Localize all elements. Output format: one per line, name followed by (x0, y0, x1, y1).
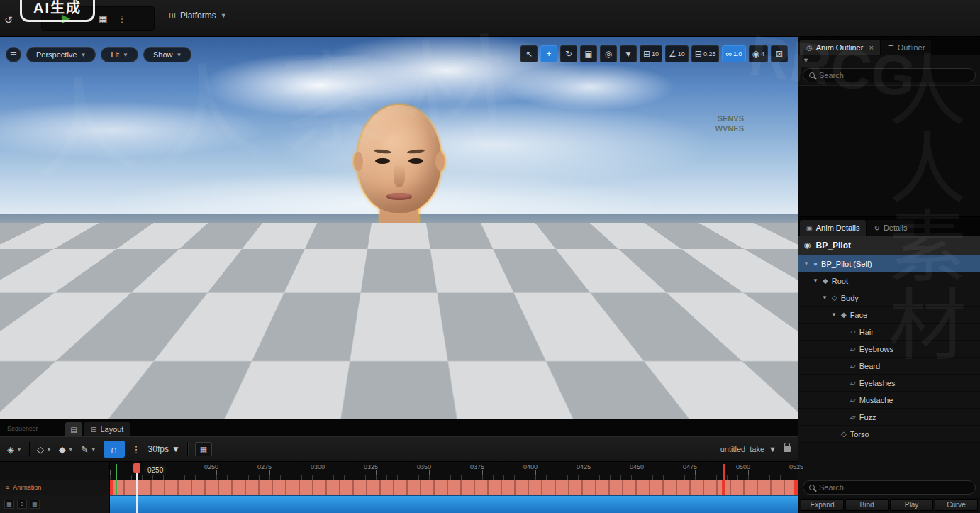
tree-item-eyelashes[interactable]: ▱Eyelashes (798, 375, 980, 392)
playhead-line[interactable] (136, 466, 138, 513)
groom-icon: ▱ (850, 328, 856, 336)
ai-generated-badge: AI生成 (20, 0, 95, 22)
grid-snap-icon[interactable]: ⊞10 (640, 45, 662, 62)
rotation-snap-icon[interactable]: ∠10 (665, 45, 689, 62)
link-icon[interactable]: ∞1.0 (722, 45, 745, 62)
diamond-filled-icon: ◆ (59, 444, 66, 455)
animation-track-header[interactable]: ≡ Animation (0, 480, 109, 495)
track-icon: ≡ (6, 484, 9, 491)
viewport-menu-icon[interactable]: ☰ (6, 47, 21, 62)
tab-anim-outliner[interactable]: ◷Anim Outliner× (800, 40, 880, 55)
world-coords-icon[interactable]: ◎ (600, 45, 617, 62)
range-header: ▦ 0 ▦ (0, 495, 109, 513)
viewport-layout-icon[interactable]: ▦ (99, 13, 107, 24)
tree-item-root[interactable]: ▼◆Root (798, 272, 980, 289)
perspective-button[interactable]: Perspective ▼ (26, 47, 96, 62)
expand-button[interactable]: Expand (801, 499, 844, 511)
auto-key-more-button[interactable]: ⋮ (132, 444, 141, 455)
component-icon: ◆ (823, 277, 828, 285)
tree-item-bp-pilot-self-[interactable]: ▼●BP_Pilot (Self) (798, 255, 980, 272)
edit-options-button[interactable]: ✎▼ (81, 444, 96, 455)
tree-item-eyebrows[interactable]: ▱Eyebrows (798, 341, 980, 358)
timeline-ruler[interactable]: 0225025002750300032503500375040004250450… (110, 462, 798, 480)
playback-end-line[interactable] (723, 464, 725, 495)
actor-icon: ◉ (804, 241, 811, 250)
tree-item-fuzz[interactable]: ▱Fuzz (798, 409, 980, 426)
range-cell-icon[interactable]: ▦ (30, 500, 40, 509)
tab-anim-details[interactable]: ◉Anim Details (800, 220, 866, 236)
tree-item-face[interactable]: ▼◆Face (798, 307, 980, 324)
object-header[interactable]: ◉ BP_Pilot (798, 236, 980, 255)
layout-icon: ⊞ (91, 426, 96, 434)
groom-icon: ▱ (850, 413, 856, 421)
sequencer-body: ≡ Animation ▦ 0 ▦ 0225025002750300032503… (0, 462, 798, 513)
select-icon[interactable]: ↖ (520, 45, 538, 62)
move-icon[interactable]: + (540, 45, 557, 62)
timeline[interactable]: 0225025002750300032503500375040004250450… (110, 462, 798, 513)
fps-dropdown[interactable]: 30fps▼ (148, 444, 180, 454)
tab-details[interactable]: ↻Details (867, 220, 913, 236)
tree-item-torso[interactable]: ◇Torso (798, 426, 980, 443)
flower-print (350, 312, 417, 382)
tree-item-beard[interactable]: ▱Beard (798, 358, 980, 375)
sequencer-tabs: Sequencer ▤ ⊞ Layout (0, 419, 798, 436)
tab-icon: ◉ (806, 224, 813, 232)
ruler-tick-label: 0400 (523, 463, 538, 470)
chevron-down-icon: ▼ (80, 52, 86, 58)
platforms-dropdown[interactable]: ⊞ Platforms ▼ (169, 11, 227, 21)
outliner-search[interactable] (803, 68, 976, 82)
ruler-tick-label: 0300 (311, 463, 325, 470)
right-top-tabs: ◷Anim Outliner×☰Outliner (798, 37, 980, 55)
details-search[interactable] (803, 480, 976, 495)
auto-key-button[interactable]: ∩ (104, 441, 125, 458)
sequence-asset[interactable]: untitled_take ▼ (720, 445, 791, 453)
panel-menu-icon[interactable]: ▼ (803, 57, 809, 64)
range-cell-icon[interactable]: ▦ (4, 500, 14, 509)
viewport-3d[interactable]: ☰ Perspective ▼ Lit ▼ Show ▼ ↖+↻▣◎▼⊞10∠1… (0, 37, 798, 419)
scale-snap-icon[interactable]: ⊟0.25 (691, 45, 720, 62)
expander-icon[interactable]: ▼ (803, 260, 810, 267)
camera-speed-icon[interactable]: ◉4 (749, 45, 769, 62)
marked-frame-button[interactable]: ◆▼ (59, 444, 74, 455)
surface-snap-icon[interactable]: ▼ (620, 45, 637, 62)
playback-start-line[interactable] (116, 464, 117, 495)
pin-icon: ▤ (70, 426, 77, 434)
dots-vertical-icon: ⋮ (132, 444, 141, 455)
expander-icon[interactable]: ▼ (821, 294, 828, 301)
playback-range-bar[interactable] (110, 495, 798, 513)
tab-icon: ◷ (806, 44, 813, 52)
bind-button[interactable]: Bind (845, 499, 889, 511)
curve-button[interactable]: Curve (935, 499, 978, 511)
show-flags-button[interactable]: Show ▼ (143, 47, 191, 62)
platforms-icon: ⊞ (169, 11, 176, 21)
close-icon[interactable]: × (869, 43, 873, 52)
keyframe-options-button[interactable]: ◇▼ (37, 444, 52, 455)
outliner-list[interactable] (798, 85, 980, 217)
play-button[interactable]: Play (890, 499, 933, 511)
sequence-options-button[interactable]: ◈▼ (7, 444, 22, 455)
character-model[interactable] (265, 105, 534, 419)
playhead-handle[interactable] (133, 463, 140, 473)
outliner-search-input[interactable] (819, 71, 969, 79)
playhead-frame-label: 0250 (144, 465, 167, 475)
animation-track-bar[interactable] (110, 480, 798, 495)
expander-icon[interactable]: ▼ (812, 277, 819, 284)
expander-icon[interactable]: ▼ (830, 311, 837, 318)
more-options-icon[interactable]: ⋮ (118, 13, 127, 24)
rotate-icon[interactable]: ↻ (560, 45, 577, 62)
tree-item-hair[interactable]: ▱Hair (798, 324, 980, 341)
sequencer-mini-tab[interactable]: ▤ (65, 422, 82, 436)
viewport-toolbar: ↖+↻▣◎▼⊞10∠10⊟0.25∞1.0◉4⊠ (520, 45, 788, 62)
tree-item-body[interactable]: ▼◇Body (798, 289, 980, 307)
scale-icon[interactable]: ▣ (580, 45, 597, 62)
lit-mode-button[interactable]: Lit ▼ (101, 47, 138, 62)
tab-icon: ☰ (888, 44, 894, 52)
lock-icon (784, 446, 791, 452)
maximize-icon[interactable]: ⊠ (771, 45, 788, 62)
tree-item-mustache[interactable]: ▱Mustache (798, 392, 980, 409)
curve-editor-button[interactable]: ▦ (195, 442, 212, 456)
undo-icon[interactable]: ↺ (4, 14, 13, 26)
tab-outliner[interactable]: ☰Outliner (881, 40, 932, 55)
tab-layout[interactable]: ⊞ Layout (84, 422, 130, 436)
details-search-input[interactable] (819, 483, 969, 492)
